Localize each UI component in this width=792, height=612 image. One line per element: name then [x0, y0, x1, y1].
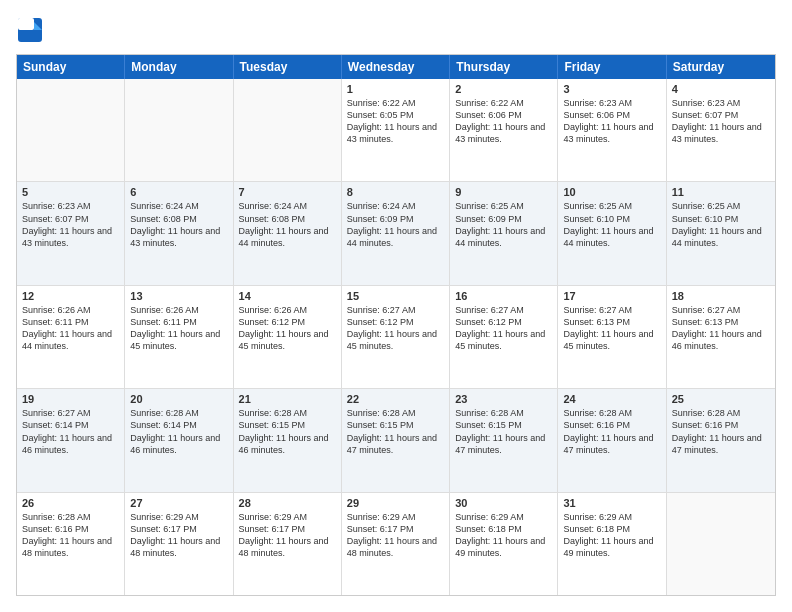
day-info: Sunrise: 6:25 AM Sunset: 6:10 PM Dayligh…	[672, 200, 770, 249]
day-info: Sunrise: 6:29 AM Sunset: 6:17 PM Dayligh…	[239, 511, 336, 560]
weekday-header: Saturday	[667, 55, 775, 79]
calendar-row: 5Sunrise: 6:23 AM Sunset: 6:07 PM Daylig…	[17, 181, 775, 284]
calendar-cell: 15Sunrise: 6:27 AM Sunset: 6:12 PM Dayli…	[342, 286, 450, 388]
day-number: 2	[455, 83, 552, 95]
calendar-cell: 20Sunrise: 6:28 AM Sunset: 6:14 PM Dayli…	[125, 389, 233, 491]
day-number: 10	[563, 186, 660, 198]
logo	[16, 16, 48, 44]
day-info: Sunrise: 6:23 AM Sunset: 6:07 PM Dayligh…	[672, 97, 770, 146]
calendar-cell: 4Sunrise: 6:23 AM Sunset: 6:07 PM Daylig…	[667, 79, 775, 181]
day-number: 7	[239, 186, 336, 198]
calendar-cell: 6Sunrise: 6:24 AM Sunset: 6:08 PM Daylig…	[125, 182, 233, 284]
calendar-cell: 31Sunrise: 6:29 AM Sunset: 6:18 PM Dayli…	[558, 493, 666, 595]
calendar-cell: 29Sunrise: 6:29 AM Sunset: 6:17 PM Dayli…	[342, 493, 450, 595]
calendar-cell: 27Sunrise: 6:29 AM Sunset: 6:17 PM Dayli…	[125, 493, 233, 595]
calendar-cell: 10Sunrise: 6:25 AM Sunset: 6:10 PM Dayli…	[558, 182, 666, 284]
calendar-cell	[667, 493, 775, 595]
day-number: 28	[239, 497, 336, 509]
calendar-cell: 5Sunrise: 6:23 AM Sunset: 6:07 PM Daylig…	[17, 182, 125, 284]
calendar-cell: 19Sunrise: 6:27 AM Sunset: 6:14 PM Dayli…	[17, 389, 125, 491]
calendar-cell: 18Sunrise: 6:27 AM Sunset: 6:13 PM Dayli…	[667, 286, 775, 388]
day-info: Sunrise: 6:25 AM Sunset: 6:09 PM Dayligh…	[455, 200, 552, 249]
calendar-cell: 28Sunrise: 6:29 AM Sunset: 6:17 PM Dayli…	[234, 493, 342, 595]
calendar-cell: 2Sunrise: 6:22 AM Sunset: 6:06 PM Daylig…	[450, 79, 558, 181]
weekday-header: Thursday	[450, 55, 558, 79]
calendar-row: 1Sunrise: 6:22 AM Sunset: 6:05 PM Daylig…	[17, 79, 775, 181]
calendar-cell: 14Sunrise: 6:26 AM Sunset: 6:12 PM Dayli…	[234, 286, 342, 388]
day-info: Sunrise: 6:23 AM Sunset: 6:06 PM Dayligh…	[563, 97, 660, 146]
day-number: 15	[347, 290, 444, 302]
day-number: 8	[347, 186, 444, 198]
day-info: Sunrise: 6:27 AM Sunset: 6:13 PM Dayligh…	[672, 304, 770, 353]
day-number: 25	[672, 393, 770, 405]
day-info: Sunrise: 6:26 AM Sunset: 6:12 PM Dayligh…	[239, 304, 336, 353]
day-info: Sunrise: 6:23 AM Sunset: 6:07 PM Dayligh…	[22, 200, 119, 249]
calendar-cell: 3Sunrise: 6:23 AM Sunset: 6:06 PM Daylig…	[558, 79, 666, 181]
day-info: Sunrise: 6:22 AM Sunset: 6:06 PM Dayligh…	[455, 97, 552, 146]
weekday-header: Monday	[125, 55, 233, 79]
calendar-cell: 1Sunrise: 6:22 AM Sunset: 6:05 PM Daylig…	[342, 79, 450, 181]
day-number: 29	[347, 497, 444, 509]
day-number: 12	[22, 290, 119, 302]
svg-rect-2	[18, 18, 34, 30]
day-info: Sunrise: 6:28 AM Sunset: 6:15 PM Dayligh…	[455, 407, 552, 456]
calendar-cell: 30Sunrise: 6:29 AM Sunset: 6:18 PM Dayli…	[450, 493, 558, 595]
day-number: 19	[22, 393, 119, 405]
day-info: Sunrise: 6:29 AM Sunset: 6:18 PM Dayligh…	[455, 511, 552, 560]
day-info: Sunrise: 6:29 AM Sunset: 6:17 PM Dayligh…	[130, 511, 227, 560]
calendar-cell: 9Sunrise: 6:25 AM Sunset: 6:09 PM Daylig…	[450, 182, 558, 284]
day-info: Sunrise: 6:28 AM Sunset: 6:15 PM Dayligh…	[239, 407, 336, 456]
day-number: 11	[672, 186, 770, 198]
day-number: 31	[563, 497, 660, 509]
day-info: Sunrise: 6:29 AM Sunset: 6:18 PM Dayligh…	[563, 511, 660, 560]
day-info: Sunrise: 6:28 AM Sunset: 6:16 PM Dayligh…	[672, 407, 770, 456]
day-info: Sunrise: 6:24 AM Sunset: 6:09 PM Dayligh…	[347, 200, 444, 249]
day-number: 22	[347, 393, 444, 405]
day-info: Sunrise: 6:26 AM Sunset: 6:11 PM Dayligh…	[130, 304, 227, 353]
day-number: 9	[455, 186, 552, 198]
day-info: Sunrise: 6:27 AM Sunset: 6:12 PM Dayligh…	[455, 304, 552, 353]
calendar-cell: 13Sunrise: 6:26 AM Sunset: 6:11 PM Dayli…	[125, 286, 233, 388]
day-number: 1	[347, 83, 444, 95]
calendar-cell: 7Sunrise: 6:24 AM Sunset: 6:08 PM Daylig…	[234, 182, 342, 284]
day-info: Sunrise: 6:24 AM Sunset: 6:08 PM Dayligh…	[239, 200, 336, 249]
calendar-cell: 21Sunrise: 6:28 AM Sunset: 6:15 PM Dayli…	[234, 389, 342, 491]
page: SundayMondayTuesdayWednesdayThursdayFrid…	[0, 0, 792, 612]
calendar-cell	[17, 79, 125, 181]
calendar-cell: 22Sunrise: 6:28 AM Sunset: 6:15 PM Dayli…	[342, 389, 450, 491]
day-number: 5	[22, 186, 119, 198]
day-info: Sunrise: 6:25 AM Sunset: 6:10 PM Dayligh…	[563, 200, 660, 249]
calendar-cell: 11Sunrise: 6:25 AM Sunset: 6:10 PM Dayli…	[667, 182, 775, 284]
calendar-cell: 12Sunrise: 6:26 AM Sunset: 6:11 PM Dayli…	[17, 286, 125, 388]
calendar-cell	[234, 79, 342, 181]
day-info: Sunrise: 6:28 AM Sunset: 6:16 PM Dayligh…	[22, 511, 119, 560]
weekday-header: Wednesday	[342, 55, 450, 79]
day-number: 6	[130, 186, 227, 198]
day-info: Sunrise: 6:27 AM Sunset: 6:13 PM Dayligh…	[563, 304, 660, 353]
calendar-cell: 24Sunrise: 6:28 AM Sunset: 6:16 PM Dayli…	[558, 389, 666, 491]
calendar-cell: 17Sunrise: 6:27 AM Sunset: 6:13 PM Dayli…	[558, 286, 666, 388]
day-info: Sunrise: 6:22 AM Sunset: 6:05 PM Dayligh…	[347, 97, 444, 146]
day-number: 16	[455, 290, 552, 302]
day-info: Sunrise: 6:29 AM Sunset: 6:17 PM Dayligh…	[347, 511, 444, 560]
day-info: Sunrise: 6:28 AM Sunset: 6:15 PM Dayligh…	[347, 407, 444, 456]
calendar-row: 26Sunrise: 6:28 AM Sunset: 6:16 PM Dayli…	[17, 492, 775, 595]
day-number: 17	[563, 290, 660, 302]
day-info: Sunrise: 6:28 AM Sunset: 6:14 PM Dayligh…	[130, 407, 227, 456]
day-number: 21	[239, 393, 336, 405]
calendar-body: 1Sunrise: 6:22 AM Sunset: 6:05 PM Daylig…	[17, 79, 775, 595]
calendar-header: SundayMondayTuesdayWednesdayThursdayFrid…	[17, 55, 775, 79]
logo-icon	[16, 16, 44, 44]
day-number: 14	[239, 290, 336, 302]
day-number: 13	[130, 290, 227, 302]
day-number: 23	[455, 393, 552, 405]
calendar-cell: 25Sunrise: 6:28 AM Sunset: 6:16 PM Dayli…	[667, 389, 775, 491]
calendar-cell	[125, 79, 233, 181]
calendar-cell: 16Sunrise: 6:27 AM Sunset: 6:12 PM Dayli…	[450, 286, 558, 388]
calendar-row: 12Sunrise: 6:26 AM Sunset: 6:11 PM Dayli…	[17, 285, 775, 388]
day-info: Sunrise: 6:27 AM Sunset: 6:14 PM Dayligh…	[22, 407, 119, 456]
day-number: 24	[563, 393, 660, 405]
day-number: 30	[455, 497, 552, 509]
weekday-header: Friday	[558, 55, 666, 79]
day-info: Sunrise: 6:27 AM Sunset: 6:12 PM Dayligh…	[347, 304, 444, 353]
